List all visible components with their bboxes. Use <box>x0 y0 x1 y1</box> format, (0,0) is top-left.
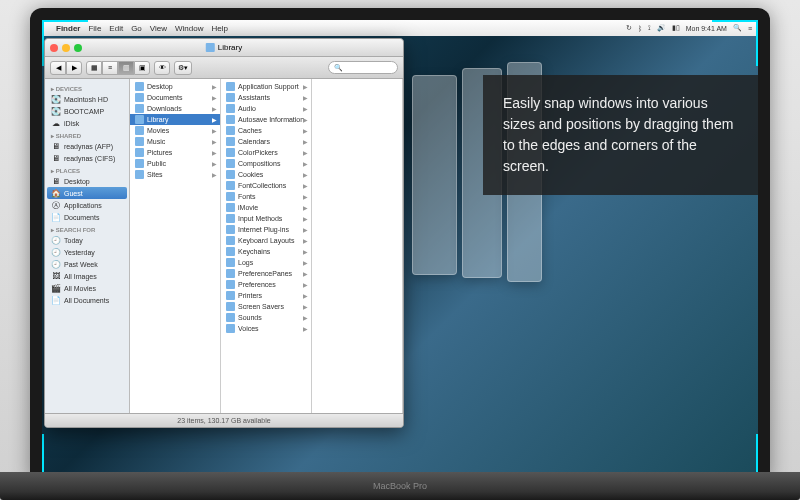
column-item[interactable]: Internet Plug-ins▶ <box>221 224 311 235</box>
column-item[interactable]: Application Support▶ <box>221 81 311 92</box>
folder-icon <box>206 43 215 52</box>
zoom-button[interactable] <box>74 44 82 52</box>
menu-window[interactable]: Window <box>175 24 203 33</box>
column-item[interactable]: Fonts▶ <box>221 191 311 202</box>
finder-window[interactable]: Library ◀ ▶ ▦ ≡ ▥ ▣ 👁 ⚙▾ <box>44 38 404 428</box>
sidebar-item[interactable]: 💽Macintosh HD <box>45 93 129 105</box>
column-item[interactable]: Assistants▶ <box>221 92 311 103</box>
column-item[interactable]: Cookies▶ <box>221 169 311 180</box>
sidebar-item[interactable]: 🕘Past Week <box>45 258 129 270</box>
minimize-button[interactable] <box>62 44 70 52</box>
column-item[interactable]: Input Methods▶ <box>221 213 311 224</box>
quicklook-button[interactable]: 👁 <box>154 61 170 75</box>
column-item-label: Fonts <box>238 193 256 200</box>
sync-icon[interactable]: ↻ <box>626 24 632 32</box>
volume-icon[interactable]: 🔊 <box>657 24 666 32</box>
sidebar-item[interactable]: 🖼All Images <box>45 270 129 282</box>
column-item[interactable]: Voices▶ <box>221 323 311 334</box>
sidebar-header[interactable]: ▸ SEARCH FOR <box>45 223 129 234</box>
marketing-text: Easily snap windows into various sizes a… <box>503 95 733 174</box>
sidebar-item[interactable]: 🏠Guest <box>47 187 127 199</box>
sidebar-item[interactable]: 🕘Today <box>45 234 129 246</box>
view-icon-button[interactable]: ▦ <box>86 61 102 75</box>
column-item[interactable]: Screen Savers▶ <box>221 301 311 312</box>
folder-icon <box>135 115 144 124</box>
menu-help[interactable]: Help <box>211 24 227 33</box>
view-list-button[interactable]: ≡ <box>102 61 118 75</box>
column-item[interactable]: Public▶ <box>130 158 220 169</box>
column-item[interactable]: Library▶ <box>130 114 220 125</box>
sidebar-item-icon: 🏠 <box>51 188 61 198</box>
column-item[interactable]: Music▶ <box>130 136 220 147</box>
column-item[interactable]: Compositions▶ <box>221 158 311 169</box>
sidebar-item[interactable]: 🕘Yesterday <box>45 246 129 258</box>
menu-go[interactable]: Go <box>131 24 142 33</box>
battery-icon[interactable]: ▮▯ <box>672 24 680 32</box>
column-item[interactable]: Audio▶ <box>221 103 311 114</box>
column: Desktop▶Documents▶Downloads▶Library▶Movi… <box>130 79 221 413</box>
folder-icon <box>226 82 235 91</box>
column-item[interactable]: Autosave Information▶ <box>221 114 311 125</box>
menu-edit[interactable]: Edit <box>109 24 123 33</box>
column-item[interactable]: Preferences▶ <box>221 279 311 290</box>
column-item-label: Music <box>147 138 165 145</box>
column-item-label: ColorPickers <box>238 149 278 156</box>
column-item-label: Input Methods <box>238 215 282 222</box>
column-item[interactable]: Downloads▶ <box>130 103 220 114</box>
column-item[interactable]: Sounds▶ <box>221 312 311 323</box>
action-menu-button[interactable]: ⚙▾ <box>174 61 192 75</box>
column-item[interactable]: Sites▶ <box>130 169 220 180</box>
column-item[interactable]: Pictures▶ <box>130 147 220 158</box>
sidebar-header[interactable]: ▸ PLACES <box>45 164 129 175</box>
sidebar-item-label: readynas (CIFS) <box>64 155 115 162</box>
sidebar-item[interactable]: 📄Documents <box>45 211 129 223</box>
sidebar-item[interactable]: ⒶApplications <box>45 199 129 211</box>
view-column-button[interactable]: ▥ <box>118 61 134 75</box>
column-item-label: Caches <box>238 127 262 134</box>
folder-icon <box>135 126 144 135</box>
sidebar-item[interactable]: ☁iDisk <box>45 117 129 129</box>
forward-button[interactable]: ▶ <box>66 61 82 75</box>
folder-icon <box>226 159 235 168</box>
window-titlebar[interactable]: Library <box>45 39 403 57</box>
column-item[interactable]: Documents▶ <box>130 92 220 103</box>
sidebar-item[interactable]: 🖥readynas (CIFS) <box>45 152 129 164</box>
sidebar-item[interactable]: 💽BOOTCAMP <box>45 105 129 117</box>
sidebar-item-icon: 🎬 <box>51 283 61 293</box>
column-item[interactable]: Desktop▶ <box>130 81 220 92</box>
sidebar-item-icon: 💽 <box>51 94 61 104</box>
column-item[interactable]: Printers▶ <box>221 290 311 301</box>
bluetooth-icon[interactable]: ᛒ <box>638 25 642 32</box>
chevron-right-icon: ▶ <box>212 105 217 112</box>
close-button[interactable] <box>50 44 58 52</box>
column-item[interactable]: ColorPickers▶ <box>221 147 311 158</box>
sidebar-item[interactable]: 🎬All Movies <box>45 282 129 294</box>
column-item-label: iMovie <box>238 204 258 211</box>
folder-icon <box>226 126 235 135</box>
column-item[interactable]: Keyboard Layouts▶ <box>221 235 311 246</box>
column-item[interactable]: Calendars▶ <box>221 136 311 147</box>
menu-view[interactable]: View <box>150 24 167 33</box>
view-coverflow-button[interactable]: ▣ <box>134 61 150 75</box>
sidebar-header[interactable]: ▸ DEVICES <box>45 82 129 93</box>
marketing-overlay: Easily snap windows into various sizes a… <box>483 75 758 195</box>
sidebar-item[interactable]: 🖥readynas (AFP) <box>45 140 129 152</box>
back-button[interactable]: ◀ <box>50 61 66 75</box>
column-item[interactable]: Caches▶ <box>221 125 311 136</box>
column-item[interactable]: Movies▶ <box>130 125 220 136</box>
wifi-icon[interactable]: ⟟ <box>648 24 651 32</box>
column-item[interactable]: FontCollections▶ <box>221 180 311 191</box>
sidebar-item[interactable]: 🖥Desktop <box>45 175 129 187</box>
column-item[interactable]: iMovie▶ <box>221 202 311 213</box>
column-item-label: Keyboard Layouts <box>238 237 294 244</box>
search-input[interactable]: 🔍 <box>328 61 398 74</box>
column-item[interactable]: Keychains▶ <box>221 246 311 257</box>
sidebar-item[interactable]: 📄All Documents <box>45 294 129 306</box>
snap-indicator-top-right <box>712 20 758 66</box>
folder-icon <box>226 170 235 179</box>
column-item[interactable]: PreferencePanes▶ <box>221 268 311 279</box>
menu-file[interactable]: File <box>88 24 101 33</box>
sidebar-header[interactable]: ▸ SHARED <box>45 129 129 140</box>
column-item[interactable]: Logs▶ <box>221 257 311 268</box>
column-item-label: Keychains <box>238 248 270 255</box>
